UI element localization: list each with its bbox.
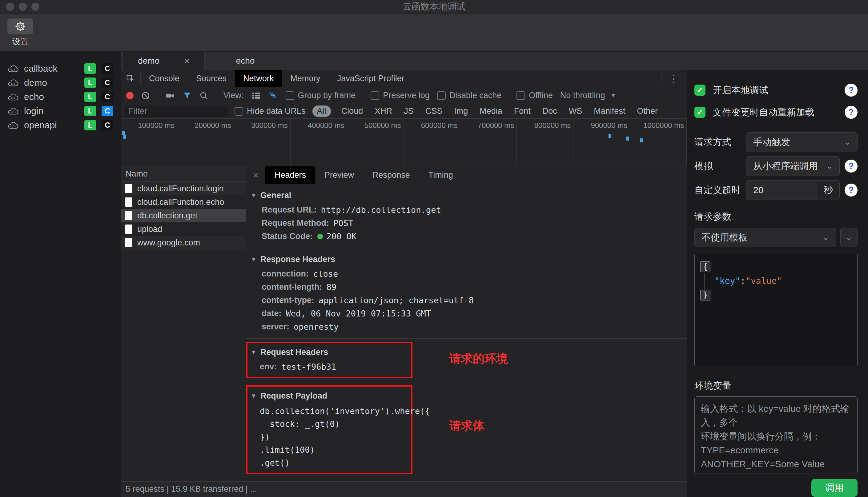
request-row[interactable]: cloud.callFunction.login (121, 182, 246, 195)
timeline-cell: 700000 ms (460, 119, 517, 166)
inspect-element-button[interactable] (121, 70, 140, 87)
devtools-tab-memory[interactable]: Memory (282, 70, 329, 87)
record-button[interactable] (126, 92, 134, 99)
close-tab-icon[interactable]: × (184, 56, 190, 66)
filter-type-xhr[interactable]: XHR (373, 105, 394, 117)
filter-type-all[interactable]: All (313, 105, 331, 117)
timeline-tick-label: 600000 ms (421, 121, 458, 130)
general-section-title[interactable]: ▼ General (250, 189, 687, 201)
tab-label: demo (138, 56, 160, 66)
checkbox-checked-icon[interactable]: ✓ (694, 85, 705, 96)
request-mode-select[interactable]: 手动触发 ⌄ (746, 132, 857, 152)
devtools-tab-network[interactable]: Network (235, 70, 282, 87)
request-headers-section-title[interactable]: ▼ Request Headers (250, 346, 411, 358)
throttling-select[interactable]: No throttling ▼ (560, 91, 616, 100)
help-icon[interactable]: ? (845, 84, 857, 97)
filter-type-font[interactable]: Font (513, 105, 532, 117)
request-payload-section-title[interactable]: ▼ Request Payload (250, 390, 411, 402)
local-badge[interactable]: L (84, 106, 96, 116)
cloud-badge[interactable]: C (101, 63, 113, 74)
clear-icon[interactable] (141, 91, 150, 100)
simulate-select[interactable]: 从小程序端调用 ⌄ (746, 156, 840, 176)
filter-funnel-icon[interactable] (182, 91, 192, 100)
local-badge[interactable]: L (84, 120, 96, 130)
devtools-tab-sources[interactable]: Sources (188, 70, 235, 87)
view-list-icon[interactable] (251, 91, 261, 100)
params-template-select[interactable]: 不使用模板 ⌄ (694, 228, 836, 247)
devtools-menu-button[interactable]: ⋮ (661, 70, 687, 87)
details-tab-preview[interactable]: Preview (315, 166, 363, 184)
offline-checkbox[interactable]: Offline (516, 91, 553, 100)
params-json-editor[interactable]: { "key": "value" } (694, 254, 857, 366)
filter-type-img[interactable]: Img (453, 105, 469, 117)
timeout-input[interactable]: 20 (746, 180, 817, 200)
zoom-window-button[interactable] (31, 3, 39, 11)
local-badge[interactable]: L (84, 63, 96, 74)
devtools-tab-console[interactable]: Console (141, 70, 188, 87)
cloud-badge[interactable]: C (101, 120, 113, 130)
cloud-badge[interactable]: C (101, 77, 113, 88)
local-badge[interactable]: L (84, 77, 96, 88)
filter-type-media[interactable]: Media (478, 105, 504, 117)
close-window-button[interactable] (6, 3, 14, 11)
network-overview-timeline[interactable]: 100000 ms200000 ms300000 ms400000 ms5000… (121, 119, 687, 166)
screenshot-camera-icon[interactable] (165, 91, 175, 100)
function-tab-demo[interactable]: demo× (123, 52, 205, 70)
traffic-lights (6, 3, 39, 11)
network-filter-bar: Filter Hide data URLs AllCloudXHRJSCSSIm… (121, 104, 687, 119)
request-row[interactable]: cloud.callFunction.echo (121, 195, 246, 209)
sidebar-item-echo[interactable]: </>echoLC (0, 90, 121, 104)
help-icon[interactable]: ? (845, 184, 857, 197)
preserve-log-checkbox[interactable]: Preserve log (371, 91, 430, 100)
help-icon[interactable]: ? (845, 160, 857, 172)
cloud-badge[interactable]: C (101, 106, 113, 116)
invoke-button[interactable]: 调用 (811, 479, 857, 497)
header-field-key: server: (262, 322, 289, 331)
checkbox-checked-icon[interactable]: ✓ (694, 107, 705, 118)
sidebar-item-login[interactable]: </>loginLC (0, 104, 121, 118)
view-waterfall-icon[interactable] (268, 91, 278, 100)
sidebar-item-demo[interactable]: </>demoLC (0, 76, 121, 90)
function-tab-echo[interactable]: echo (205, 52, 286, 70)
app-window: 云函数本地调试 设置 </>callbackLC</>demoLC</>echo… (0, 0, 868, 497)
params-expand-button[interactable]: ⌄ (840, 228, 857, 247)
sidebar-item-callback[interactable]: </>callbackLC (0, 61, 121, 76)
filter-type-other[interactable]: Other (636, 105, 659, 117)
gear-icon (15, 21, 26, 32)
details-tab-headers[interactable]: Headers (265, 166, 315, 184)
hide-data-urls-checkbox[interactable]: Hide data URLs (235, 106, 306, 116)
minimize-window-button[interactable] (19, 3, 27, 11)
request-row[interactable]: upload (121, 222, 246, 236)
filter-type-css[interactable]: CSS (424, 105, 444, 117)
filter-input[interactable]: Filter (125, 106, 228, 117)
request-row[interactable]: db.collection.get (121, 209, 246, 222)
header-field-value: application/json; charset=utf-8 (319, 296, 474, 305)
chevron-down-icon: ⌄ (846, 233, 852, 242)
response-headers-section-title[interactable]: ▼ Response Headers (250, 253, 687, 266)
settings-button[interactable] (8, 18, 33, 34)
disable-cache-checkbox[interactable]: Disable cache (437, 91, 502, 100)
header-field-key: date: (262, 309, 281, 318)
search-icon[interactable] (199, 91, 208, 100)
details-tab-response[interactable]: Response (363, 166, 419, 184)
group-by-frame-checkbox[interactable]: Group by frame (286, 91, 356, 100)
details-tab-timing[interactable]: Timing (419, 166, 462, 184)
local-badge[interactable]: L (84, 91, 96, 102)
request-row[interactable]: www.google.com (121, 236, 246, 250)
filter-type-doc[interactable]: Doc (541, 105, 559, 117)
filter-type-ws[interactable]: WS (568, 105, 583, 117)
env-vars-textarea[interactable]: 输入格式：以 key=value 对的格式输入，多个环境变量间以换行分隔，例：T… (694, 396, 857, 474)
header-field-row: date:Wed, 06 Nov 2019 07:15:33 GMT (262, 307, 687, 320)
filter-type-cloud[interactable]: Cloud (340, 105, 364, 117)
help-icon[interactable]: ? (845, 106, 857, 119)
devtools-tab-javascript-profiler[interactable]: JavaScript Profiler (329, 70, 413, 87)
header-field-value: test-f96b31 (281, 362, 336, 371)
sidebar-item-openapi[interactable]: </>openapiLC (0, 118, 121, 132)
request-list-header[interactable]: Name (121, 166, 246, 182)
close-details-icon[interactable]: × (246, 166, 265, 184)
badge-group: LC (84, 120, 113, 130)
function-name: echo (24, 91, 44, 102)
filter-type-manifest[interactable]: Manifest (593, 105, 626, 117)
cloud-badge[interactable]: C (101, 91, 113, 102)
filter-type-js[interactable]: JS (403, 105, 415, 117)
